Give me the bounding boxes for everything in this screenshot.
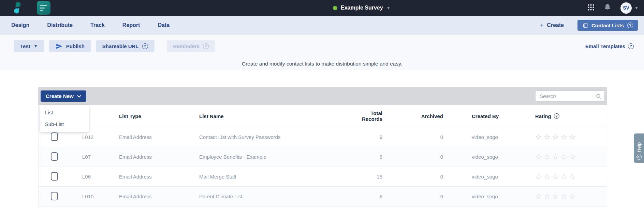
help-circle-icon[interactable]: ? bbox=[627, 23, 633, 28]
cell-id: L07 bbox=[78, 154, 119, 160]
rating-stars[interactable]: ☆☆☆☆☆ bbox=[535, 172, 577, 181]
help-tab-label: Help bbox=[636, 142, 642, 152]
cell-created-by: video_sogo bbox=[443, 194, 535, 199]
cell-list-type: Email Address bbox=[119, 134, 199, 140]
sub-header: Test ▼ Publish Shareable URL ? Reminders… bbox=[0, 35, 644, 70]
dropdown-item-list[interactable]: List bbox=[40, 107, 89, 118]
help-circle-icon: ? bbox=[636, 155, 642, 160]
survey-selector[interactable]: Example Survey ▼ bbox=[333, 0, 391, 16]
row-checkbox[interactable] bbox=[51, 152, 58, 161]
col-header-archived[interactable]: Archived bbox=[382, 113, 443, 119]
chevron-down-icon: ▼ bbox=[34, 44, 38, 48]
cell-list-type: Email Address bbox=[119, 154, 199, 160]
col-header-list-name[interactable]: List Name bbox=[199, 113, 350, 119]
col-header-rating[interactable]: Rating bbox=[535, 113, 551, 119]
chevron-down-icon bbox=[77, 95, 81, 98]
help-tab[interactable]: ? Help bbox=[634, 133, 644, 163]
col-header-total-records[interactable]: Total Records bbox=[350, 110, 382, 122]
avatar: SV bbox=[620, 2, 632, 14]
rating-stars[interactable]: ☆☆☆☆☆ bbox=[535, 133, 577, 142]
cell-list-type: Email Address bbox=[119, 194, 199, 199]
create-label: Create bbox=[547, 22, 564, 28]
cell-list-name[interactable]: Contact List with Survey Passwords bbox=[199, 134, 350, 140]
help-circle-icon[interactable]: ? bbox=[142, 43, 148, 49]
help-circle-icon[interactable]: ? bbox=[628, 43, 634, 49]
contact-lists-button[interactable]: Contact Lists ? bbox=[577, 20, 638, 31]
row-checkbox[interactable] bbox=[51, 172, 58, 181]
top-bar: Example Survey ▼ SV ▼ bbox=[0, 0, 644, 16]
send-plane-icon bbox=[56, 43, 63, 49]
cell-created-by: video_sogo bbox=[443, 174, 535, 180]
cell-total-records[interactable]: 9 bbox=[350, 134, 382, 140]
main-content: Create New ListSub-List ID List Typ bbox=[0, 70, 644, 207]
create-button[interactable]: + Create bbox=[540, 22, 564, 29]
cell-id: L06 bbox=[78, 174, 119, 180]
table-row: L010Email AddressParent Climate List60vi… bbox=[39, 186, 607, 206]
reminders-label: Reminders bbox=[173, 43, 200, 49]
search-input[interactable] bbox=[535, 90, 605, 102]
contact-lists-label: Contact Lists bbox=[591, 23, 624, 28]
brand-logo-icon[interactable] bbox=[13, 1, 22, 14]
cell-total-records[interactable]: 6 bbox=[350, 194, 382, 199]
cell-archived[interactable]: 0 bbox=[382, 194, 443, 199]
shareable-url-label: Shareable URL bbox=[102, 43, 139, 49]
table-row: L06Email AddressMail Merge Staff150video… bbox=[39, 167, 607, 186]
cell-id: L012 bbox=[78, 134, 119, 140]
row-checkbox[interactable] bbox=[51, 132, 58, 141]
cell-id: L010 bbox=[78, 194, 119, 199]
survey-name: Example Survey bbox=[341, 5, 383, 11]
chevron-down-icon: ▼ bbox=[386, 5, 391, 10]
rating-stars[interactable]: ☆☆☆☆☆ bbox=[535, 153, 577, 161]
cell-created-by: video_sogo bbox=[443, 154, 535, 160]
cell-list-name[interactable]: Parent Climate List bbox=[199, 194, 350, 199]
cell-list-type: Email Address bbox=[119, 174, 199, 180]
create-new-button[interactable]: Create New bbox=[41, 90, 86, 102]
cell-archived[interactable]: 0 bbox=[382, 174, 443, 180]
table-row: L07Email AddressEmployee Benefits - Exam… bbox=[39, 147, 607, 167]
cell-list-name[interactable]: Mail Merge Staff bbox=[199, 174, 350, 180]
tab-report[interactable]: Report bbox=[122, 22, 140, 28]
cell-archived[interactable]: 0 bbox=[382, 154, 443, 160]
email-templates-label: Email Templates bbox=[585, 43, 625, 49]
page-description: Create and modify contact lists to make … bbox=[0, 61, 644, 67]
test-dropdown-button[interactable]: Test ▼ bbox=[14, 40, 44, 52]
shareable-url-button[interactable]: Shareable URL ? bbox=[96, 40, 155, 52]
chevron-down-icon: ▼ bbox=[634, 5, 639, 10]
contact-lists-table: ID List Type List Name Total Records Arc… bbox=[38, 105, 607, 207]
notifications-bell-icon[interactable] bbox=[604, 3, 611, 12]
plus-icon: + bbox=[540, 22, 544, 29]
tab-data[interactable]: Data bbox=[158, 22, 170, 28]
create-new-dropdown: ListSub-List bbox=[40, 105, 89, 132]
notebook-icon bbox=[582, 23, 588, 28]
help-circle-icon[interactable]: ? bbox=[554, 113, 559, 119]
help-circle-icon: ? bbox=[203, 43, 209, 49]
row-checkbox[interactable] bbox=[51, 192, 58, 200]
cell-total-records[interactable]: 8 bbox=[350, 154, 382, 160]
panel-toolbar: Create New bbox=[38, 87, 607, 105]
table-body: L012Email AddressContact List with Surve… bbox=[39, 127, 607, 206]
account-menu[interactable]: SV ▼ bbox=[620, 2, 639, 14]
tab-design[interactable]: Design bbox=[11, 22, 29, 28]
cell-list-name[interactable]: Employee Benefits - Example bbox=[199, 154, 350, 160]
cell-created-by: video_sogo bbox=[443, 134, 535, 140]
survey-status-icon bbox=[333, 6, 337, 10]
main-nav: Design Distribute Track Report Data + Cr… bbox=[0, 16, 644, 35]
col-header-list-type[interactable]: List Type bbox=[119, 113, 199, 119]
col-header-created-by[interactable]: Created By bbox=[443, 113, 535, 119]
reminders-button: Reminders ? bbox=[167, 40, 216, 52]
table-row: L012Email AddressContact List with Surve… bbox=[39, 127, 607, 147]
apps-grid-icon[interactable] bbox=[587, 4, 595, 12]
cell-total-records[interactable]: 15 bbox=[350, 174, 382, 180]
tab-track[interactable]: Track bbox=[90, 22, 105, 28]
contact-lists-panel: Create New ListSub-List ID List Typ bbox=[38, 87, 607, 207]
dropdown-item-sub-list[interactable]: Sub-List bbox=[40, 118, 89, 130]
publish-button[interactable]: Publish bbox=[49, 40, 91, 52]
app-menu-icon[interactable] bbox=[37, 1, 50, 15]
create-new-label: Create New bbox=[46, 93, 74, 99]
rating-stars[interactable]: ☆☆☆☆☆ bbox=[535, 192, 577, 201]
test-label: Test bbox=[20, 43, 30, 49]
search-icon bbox=[596, 93, 602, 101]
cell-archived[interactable]: 0 bbox=[382, 134, 443, 140]
email-templates-link[interactable]: Email Templates ? bbox=[585, 43, 634, 49]
tab-distribute[interactable]: Distribute bbox=[47, 22, 73, 28]
